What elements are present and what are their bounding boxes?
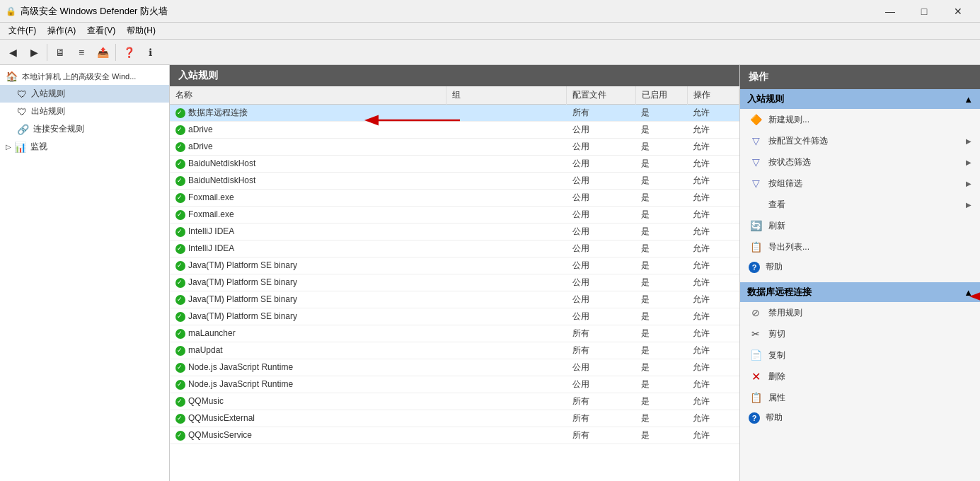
- maximize-button[interactable]: □: [908, 0, 940, 23]
- rule-group-cell: [446, 190, 567, 207]
- window-title: 高级安全 Windows Defender 防火墙: [21, 5, 874, 18]
- table-row[interactable]: QQMusicExternal所有是允许: [170, 410, 739, 427]
- sidebar-root[interactable]: 🏠 本地计算机 上的高级安全 Wind...: [0, 68, 169, 85]
- action-new-rule[interactable]: 🔶 新建规则...: [740, 109, 980, 130]
- inbound-section-header[interactable]: 入站规则 ▲: [740, 89, 980, 109]
- action-filter-profile[interactable]: ▽ 按配置文件筛选 ▶: [740, 130, 980, 151]
- menu-help[interactable]: 帮助(H): [121, 23, 161, 38]
- export-button[interactable]: 📤: [93, 42, 113, 62]
- table-row[interactable]: IntelliJ IDEA公用是允许: [170, 224, 739, 240]
- col-header-action[interactable]: 操作: [687, 86, 739, 105]
- action-cut-label: 剪切: [768, 328, 785, 340]
- rules-table-container[interactable]: 名称 组 配置文件 已启用 操作 数据库远程连接所有是允许aDrive公用是允许…: [170, 86, 739, 481]
- menu-action[interactable]: 操作(A): [42, 23, 81, 38]
- action-filter-profile-label: 按配置文件筛选: [768, 135, 828, 147]
- list-button[interactable]: ≡: [71, 42, 91, 62]
- rule-group-cell: [446, 240, 567, 257]
- rule-name-cell: maUpdat: [170, 342, 446, 359]
- action-disable-rule[interactable]: ⊘ 禁用规则: [740, 302, 980, 323]
- table-row[interactable]: BaiduNetdiskHost公用是允许: [170, 173, 739, 190]
- action-view-label: 查看: [768, 199, 785, 211]
- window-icon: 🔒: [6, 6, 16, 16]
- table-row[interactable]: Foxmail.exe公用是允许: [170, 207, 739, 224]
- rule-enabled-cell: 是: [635, 240, 687, 257]
- rule-group-cell: [446, 139, 567, 156]
- table-row[interactable]: Java(TM) Platform SE binary公用是允许: [170, 274, 739, 291]
- rule-enabled-cell: 是: [635, 325, 687, 342]
- action-help-rule[interactable]: ? 帮助: [740, 408, 980, 427]
- table-row[interactable]: Java(TM) Platform SE binary公用是允许: [170, 291, 739, 308]
- table-row[interactable]: QQMusicService所有是允许: [170, 427, 739, 444]
- action-filter-group[interactable]: ▽ 按组筛选 ▶: [740, 173, 980, 194]
- col-header-name[interactable]: 名称: [170, 86, 446, 105]
- table-row[interactable]: maLauncher所有是允许: [170, 325, 739, 342]
- sidebar-item-outbound[interactable]: 🛡 出站规则: [0, 103, 169, 120]
- table-row[interactable]: QQMusic所有是允许: [170, 393, 739, 410]
- rule-profile-cell: 所有: [567, 325, 636, 342]
- rule-name: IntelliJ IDEA: [188, 243, 234, 253]
- rule-group-cell: [446, 393, 567, 410]
- actions-title-text: 操作: [749, 71, 768, 83]
- rule-group-cell: [446, 173, 567, 190]
- menu-view[interactable]: 查看(V): [81, 23, 121, 38]
- action-cut[interactable]: ✂ 剪切: [740, 323, 980, 344]
- col-header-profile[interactable]: 配置文件: [567, 86, 636, 105]
- rule-name: 数据库远程连接: [188, 108, 248, 117]
- action-help-inbound[interactable]: ? 帮助: [740, 257, 980, 277]
- rule-action-cell: 允许: [687, 257, 739, 274]
- sidebar-item-inbound[interactable]: 🛡 入站规则: [0, 85, 169, 103]
- enabled-check-icon: [175, 125, 185, 135]
- filter-status-icon: ▽: [749, 155, 763, 169]
- action-copy[interactable]: 📄 复制: [740, 344, 980, 366]
- rule-section-header[interactable]: 数据库远程连接 ▲: [740, 282, 980, 302]
- info-button[interactable]: ℹ: [140, 42, 160, 62]
- rule-name: Java(TM) Platform SE binary: [188, 294, 297, 304]
- action-filter-status[interactable]: ▽ 按状态筛选 ▶: [740, 151, 980, 173]
- table-row[interactable]: maUpdat所有是允许: [170, 342, 739, 359]
- inbound-section-label: 入站规则: [747, 93, 784, 105]
- close-button[interactable]: ✕: [942, 0, 974, 23]
- table-row[interactable]: 数据库远程连接所有是允许: [170, 105, 739, 122]
- col-header-enabled[interactable]: 已启用: [635, 86, 687, 105]
- rule-enabled-cell: 是: [635, 224, 687, 240]
- rule-action-cell: 允许: [687, 105, 739, 122]
- rule-name-cell: Java(TM) Platform SE binary: [170, 291, 446, 308]
- minimize-button[interactable]: —: [874, 0, 906, 23]
- action-help-rule-label: 帮助: [766, 412, 783, 424]
- table-row[interactable]: BaiduNetdiskHost公用是允许: [170, 156, 739, 173]
- action-delete[interactable]: ✕ 删除: [740, 366, 980, 387]
- rule-name: aDrive: [188, 124, 213, 134]
- help-button[interactable]: ❓: [119, 42, 139, 62]
- rule-enabled-cell: 是: [635, 173, 687, 190]
- rule-group-cell: [446, 105, 567, 122]
- table-row[interactable]: IntelliJ IDEA公用是允许: [170, 240, 739, 257]
- table-row[interactable]: aDrive公用是允许: [170, 139, 739, 156]
- rule-profile-cell: 公用: [567, 190, 636, 207]
- action-view[interactable]: 查看 ▶: [740, 194, 980, 215]
- table-row[interactable]: Node.js JavaScript Runtime公用是允许: [170, 359, 739, 376]
- scope-button[interactable]: 🖥: [50, 42, 70, 62]
- rule-enabled-cell: 是: [635, 342, 687, 359]
- rule-name-cell: Foxmail.exe: [170, 207, 446, 224]
- sidebar-item-monitor[interactable]: ▷ 📊 监视: [0, 138, 169, 156]
- action-refresh[interactable]: 🔄 刷新: [740, 215, 980, 236]
- table-row[interactable]: Java(TM) Platform SE binary公用是允许: [170, 257, 739, 274]
- enabled-check-icon: [175, 312, 185, 322]
- sidebar-item-connection[interactable]: 🔗 连接安全规则: [0, 120, 169, 138]
- col-header-group[interactable]: 组: [446, 86, 567, 105]
- forward-button[interactable]: ▶: [24, 42, 44, 62]
- action-export[interactable]: 📋 导出列表...: [740, 236, 980, 257]
- menu-file[interactable]: 文件(F): [3, 23, 42, 38]
- rule-group-cell: [446, 376, 567, 393]
- enabled-check-icon: [175, 227, 185, 237]
- table-row[interactable]: Node.js JavaScript Runtime公用是允许: [170, 376, 739, 393]
- rule-enabled-cell: 是: [635, 291, 687, 308]
- action-properties[interactable]: 📋 属性: [740, 387, 980, 408]
- table-row[interactable]: Java(TM) Platform SE binary公用是允许: [170, 308, 739, 325]
- rule-name-cell: maLauncher: [170, 325, 446, 342]
- table-row[interactable]: aDrive公用是允许: [170, 122, 739, 139]
- table-row[interactable]: Foxmail.exe公用是允许: [170, 190, 739, 207]
- rule-enabled-cell: 是: [635, 410, 687, 427]
- rule-enabled-cell: 是: [635, 156, 687, 173]
- back-button[interactable]: ◀: [3, 42, 23, 62]
